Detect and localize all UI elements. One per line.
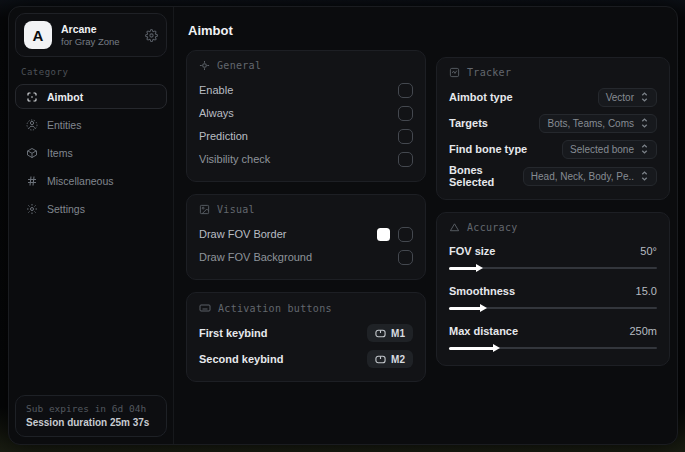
entities-icon bbox=[25, 119, 38, 131]
setting-row: Targets Bots, Teams, Coms bbox=[449, 112, 657, 134]
setting-label: Prediction bbox=[199, 130, 248, 142]
setting-row: First keybind M1 bbox=[199, 322, 413, 344]
unfold-icon bbox=[640, 118, 649, 128]
slider-row: FOV size 50° bbox=[449, 241, 657, 272]
crosshair-icon bbox=[199, 60, 210, 71]
sidebar-item-label: Entities bbox=[47, 119, 81, 131]
sidebar: A Arcane for Gray Zone Category Aimbot bbox=[9, 7, 174, 444]
slider-thumb[interactable] bbox=[493, 344, 500, 352]
find-bone-type-dropdown[interactable]: Selected bone bbox=[562, 140, 657, 159]
app-logo: A bbox=[24, 21, 52, 49]
setting-label: Draw FOV Background bbox=[199, 251, 312, 263]
slider-row: Max distance 250m bbox=[449, 321, 657, 352]
slider-value: 15.0 bbox=[636, 285, 657, 297]
prediction-checkbox[interactable] bbox=[398, 129, 413, 144]
image-icon bbox=[199, 204, 210, 215]
section-title: General bbox=[217, 60, 261, 71]
sidebar-item-label: Items bbox=[47, 147, 73, 159]
enable-checkbox[interactable] bbox=[398, 83, 413, 98]
sidebar-item-miscellaneous[interactable]: Miscellaneous bbox=[15, 168, 167, 193]
slider-value: 250m bbox=[629, 325, 657, 337]
setting-label: Second keybind bbox=[199, 353, 283, 365]
accuracy-card: Accuracy FOV size 50° bbox=[436, 212, 670, 366]
setting-label: Smoothness bbox=[449, 285, 515, 297]
sidebar-nav: Aimbot Entities Items Miscellaneous bbox=[9, 84, 173, 221]
setting-label: Aimbot type bbox=[449, 91, 513, 103]
always-checkbox[interactable] bbox=[398, 106, 413, 121]
keyboard-icon bbox=[199, 302, 211, 314]
smoothness-slider[interactable] bbox=[449, 304, 657, 312]
unfold-icon bbox=[640, 171, 649, 181]
subscription-card: Sub expires in 6d 04h Session duration 2… bbox=[15, 395, 167, 437]
sidebar-item-entities[interactable]: Entities bbox=[15, 112, 167, 137]
main-content: Aimbot General Enable bbox=[174, 7, 677, 444]
setting-label: Bones Selected bbox=[449, 164, 523, 188]
dropdown-value: Vector bbox=[606, 92, 634, 103]
app-header-card: A Arcane for Gray Zone bbox=[15, 13, 167, 57]
setting-row: Second keybind M2 bbox=[199, 348, 413, 370]
draw-fov-background-checkbox[interactable] bbox=[398, 250, 413, 265]
triangle-icon bbox=[449, 222, 460, 233]
setting-label: Find bone type bbox=[449, 143, 527, 155]
dropdown-value: Bots, Teams, Coms bbox=[547, 118, 634, 129]
section-title: Visual bbox=[217, 204, 255, 215]
first-keybind-button[interactable]: M1 bbox=[367, 324, 413, 342]
setting-label: FOV size bbox=[449, 245, 495, 257]
setting-row: Always bbox=[199, 102, 413, 124]
activation-card: Activation buttons First keybind M1 bbox=[186, 292, 426, 382]
visibility-check-checkbox[interactable] bbox=[398, 152, 413, 167]
slider-fill bbox=[449, 267, 478, 270]
setting-row: Aimbot type Vector bbox=[449, 86, 657, 108]
aimbot-type-dropdown[interactable]: Vector bbox=[598, 88, 657, 107]
fov-border-color-swatch[interactable] bbox=[377, 228, 390, 241]
slider-row: Smoothness 15.0 bbox=[449, 281, 657, 312]
setting-label: Draw FOV Border bbox=[199, 228, 286, 240]
setting-row: Enable bbox=[199, 79, 413, 101]
category-label: Category bbox=[21, 67, 161, 77]
slider-fill bbox=[449, 307, 482, 310]
gear-icon bbox=[25, 203, 38, 215]
app-window: A Arcane for Gray Zone Category Aimbot bbox=[8, 6, 678, 445]
setting-label: First keybind bbox=[199, 327, 267, 339]
unfold-icon bbox=[640, 92, 649, 102]
setting-label: Visibility check bbox=[199, 153, 270, 165]
sidebar-item-aimbot[interactable]: Aimbot bbox=[15, 84, 167, 109]
hash-icon bbox=[25, 175, 38, 187]
second-keybind-button[interactable]: M2 bbox=[367, 350, 413, 368]
section-title: Activation buttons bbox=[218, 303, 332, 314]
fov-size-slider[interactable] bbox=[449, 264, 657, 272]
dropdown-value: Selected bone bbox=[570, 144, 634, 155]
draw-fov-border-checkbox[interactable] bbox=[398, 227, 413, 242]
setting-label: Enable bbox=[199, 84, 233, 96]
slider-thumb[interactable] bbox=[476, 264, 483, 272]
setting-row: Bones Selected Head, Neck, Body, Pe.. bbox=[449, 164, 657, 188]
settings-gear-icon[interactable] bbox=[145, 29, 158, 42]
setting-label: Targets bbox=[449, 117, 488, 129]
app-meta: Arcane for Gray Zone bbox=[61, 23, 136, 48]
sidebar-item-items[interactable]: Items bbox=[15, 140, 167, 165]
setting-row: Draw FOV Border bbox=[199, 223, 413, 245]
page-title: Aimbot bbox=[188, 23, 671, 38]
setting-label: Always bbox=[199, 107, 234, 119]
setting-row: Find bone type Selected bone bbox=[449, 138, 657, 160]
targets-dropdown[interactable]: Bots, Teams, Coms bbox=[539, 114, 657, 133]
section-title: Accuracy bbox=[467, 222, 518, 233]
setting-label: Max distance bbox=[449, 325, 518, 337]
slider-fill bbox=[449, 347, 495, 350]
unfold-icon bbox=[640, 144, 649, 154]
general-card: General Enable Always Prediction bbox=[186, 50, 426, 182]
setting-row: Visibility check bbox=[199, 148, 413, 170]
tracker-card: Tracker Aimbot type Vector bbox=[436, 57, 670, 200]
sidebar-item-settings[interactable]: Settings bbox=[15, 196, 167, 221]
sidebar-item-label: Aimbot bbox=[47, 91, 83, 103]
crosshair-icon bbox=[25, 91, 38, 103]
keybind-value: M2 bbox=[391, 354, 405, 365]
mouse-icon bbox=[375, 329, 386, 338]
package-icon bbox=[25, 147, 38, 159]
max-distance-slider[interactable] bbox=[449, 344, 657, 352]
slider-value: 50° bbox=[640, 245, 657, 257]
keybind-value: M1 bbox=[391, 328, 405, 339]
mouse-icon bbox=[375, 355, 386, 364]
slider-thumb[interactable] bbox=[480, 304, 487, 312]
bones-selected-dropdown[interactable]: Head, Neck, Body, Pe.. bbox=[523, 167, 657, 186]
